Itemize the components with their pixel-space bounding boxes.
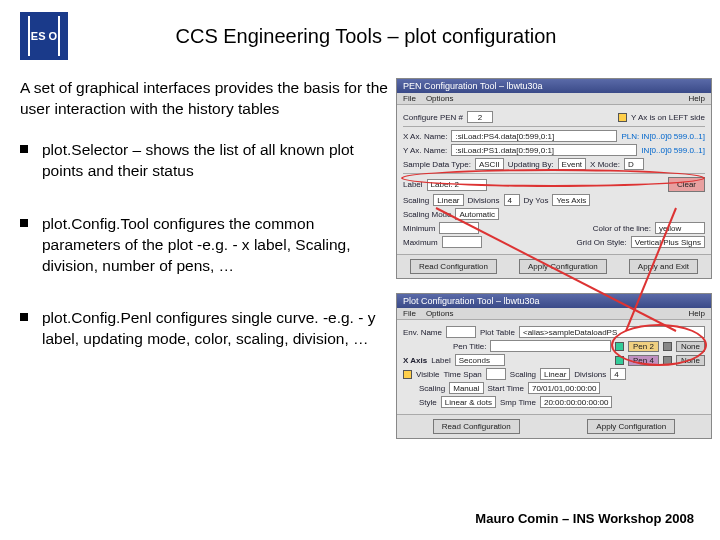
color-field[interactable]: yellow (655, 222, 705, 234)
menu-help[interactable]: Help (689, 309, 705, 318)
grid-style-field[interactable]: Vertical Plus Signs (631, 236, 705, 248)
menu-help[interactable]: Help (689, 94, 705, 103)
apply-config-button[interactable]: Apply Configuration (587, 419, 675, 434)
bullet-item: plot.Config.Tool configures the common p… (20, 214, 390, 277)
pen2-button[interactable]: Pen 2 (628, 341, 659, 352)
smp-time-field[interactable]: 20:00:00:00:00:00 (540, 396, 613, 408)
color-label: Color of the line: (593, 224, 651, 233)
time-span-field[interactable] (486, 368, 506, 380)
apply-exit-button[interactable]: Apply and Exit (629, 259, 698, 274)
xax-name-label: X Ax. Name: (403, 132, 447, 141)
style-field[interactable]: Linear & dots (441, 396, 496, 408)
label-label: Label (403, 180, 423, 189)
divisions-label: Divisions (574, 370, 606, 379)
dy-label: Dy Yos (524, 196, 549, 205)
bullet-list: plot.Selector – shows the list of all kn… (20, 140, 390, 350)
start-time-label: Start Time (488, 384, 524, 393)
scaling-field[interactable]: Linear (540, 368, 570, 380)
plot-table-label: Plot Table (480, 328, 515, 337)
dy-field[interactable]: Yes Axis (552, 194, 590, 206)
pen-number-field[interactable]: 2 (467, 111, 493, 123)
menu-options[interactable]: Options (426, 309, 454, 318)
style-label: Style (419, 398, 437, 407)
pen-none-button[interactable]: None (676, 341, 705, 352)
label-label: Label (431, 356, 451, 365)
time-span-label: Time Span (443, 370, 481, 379)
yax-name-label: Y Ax. Name: (403, 146, 447, 155)
diamond-icon (663, 342, 672, 351)
pen-title-field[interactable] (490, 340, 611, 352)
scaling-label: Scaling (510, 370, 536, 379)
footer-credit: Mauro Comin – INS Workshop 2008 (475, 511, 694, 526)
label-field[interactable]: Label. 2 (427, 179, 487, 191)
yax-name-field[interactable]: :siLoad:PS1.data[0:599,0:1] (451, 144, 637, 156)
diamond-icon (615, 342, 624, 351)
pen-config-window: PEN Configuration Tool – lbwtu30a File O… (396, 78, 712, 279)
env-name-field[interactable] (446, 326, 476, 338)
scaling-mode-label: Scaling Mode (403, 210, 451, 219)
start-time-field[interactable]: 70/01/01,00:00:00 (528, 382, 601, 394)
titlebar: Plot Configuration Tool – lbwtu30a (397, 294, 711, 308)
xmode-label: X Mode: (590, 160, 620, 169)
label-field[interactable]: Seconds (455, 354, 505, 366)
button-row: Read Configuration Apply Configuration (397, 414, 711, 438)
xax-name-field[interactable]: :siLoad:PS4.data[0:599,0:1] (451, 130, 617, 142)
eso-logo-text: ES O (31, 30, 57, 42)
divisions-field[interactable]: 4 (610, 368, 626, 380)
read-config-button[interactable]: Read Configuration (410, 259, 497, 274)
sample-type-field[interactable]: ASCII (475, 158, 504, 170)
env-name-label: Env. Name (403, 328, 442, 337)
scaling-mode-field[interactable]: Automatic (455, 208, 499, 220)
pln-readout: PLN: IN[0..0]0 599.0..1] (621, 132, 705, 141)
minimum-field[interactable] (439, 222, 479, 234)
visible-label: Visible (416, 370, 439, 379)
plot-config-window: Plot Configuration Tool – lbwtu30a File … (396, 293, 712, 439)
button-row: Read Configuration Apply Configuration A… (397, 254, 711, 278)
minimum-label: Minimum (403, 224, 435, 233)
bullet-item: plot.Selector – shows the list of all kn… (20, 140, 390, 182)
clear-button[interactable]: Clear (668, 177, 705, 192)
updating-label: Updating By: (508, 160, 554, 169)
apply-config-button[interactable]: Apply Configuration (519, 259, 607, 274)
maximum-field[interactable] (442, 236, 482, 248)
titlebar: PEN Configuration Tool – lbwtu30a (397, 79, 711, 93)
bullet-item: plot.Config.Penl configures single curve… (20, 308, 390, 350)
yaxis-side-label: Y Ax is on LEFT side (631, 113, 705, 122)
diamond-icon (618, 113, 627, 122)
intro-text: A set of graphical interfaces provides t… (20, 78, 390, 120)
window-title: Plot Configuration Tool – lbwtu30a (403, 296, 539, 306)
pen4-button[interactable]: Pen 4 (628, 355, 659, 366)
xmode-field[interactable]: D (624, 158, 644, 170)
scaling-label: Scaling (403, 196, 429, 205)
page-title: CCS Engineering Tools – plot configurati… (80, 25, 700, 48)
eso-logo: ES O (20, 12, 68, 60)
maximum-label: Maximum (403, 238, 438, 247)
updating-field[interactable]: Event (558, 158, 586, 170)
plot-table-field[interactable]: <alias>sampleDataloadPS (519, 326, 705, 338)
scaling-field[interactable]: Linear (433, 194, 463, 206)
menubar: File Options Help (397, 308, 711, 320)
diamond-icon (403, 370, 412, 379)
pen-none-button[interactable]: None (676, 355, 705, 366)
menu-file[interactable]: File (403, 94, 416, 103)
divisions-label: Divisions (468, 196, 500, 205)
grid-style-label: Grid On Style: (576, 238, 626, 247)
scaling-field[interactable]: Manual (449, 382, 483, 394)
pen-title-label: Pen Title: (453, 342, 486, 351)
scaling-label: Scaling (419, 384, 445, 393)
pln-readout: IN[0..0]0 599.0..1] (641, 146, 705, 155)
read-config-button[interactable]: Read Configuration (433, 419, 520, 434)
xaxis-heading: X Axis (403, 356, 427, 365)
window-title: PEN Configuration Tool – lbwtu30a (403, 81, 542, 91)
menu-options[interactable]: Options (426, 94, 454, 103)
menubar: File Options Help (397, 93, 711, 105)
configure-pen-label: Configure PEN # (403, 113, 463, 122)
diamond-icon (615, 356, 624, 365)
sample-type-label: Sample Data Type: (403, 160, 471, 169)
menu-file[interactable]: File (403, 309, 416, 318)
divisions-field[interactable]: 4 (504, 194, 520, 206)
diamond-icon (663, 356, 672, 365)
smp-time-label: Smp Time (500, 398, 536, 407)
